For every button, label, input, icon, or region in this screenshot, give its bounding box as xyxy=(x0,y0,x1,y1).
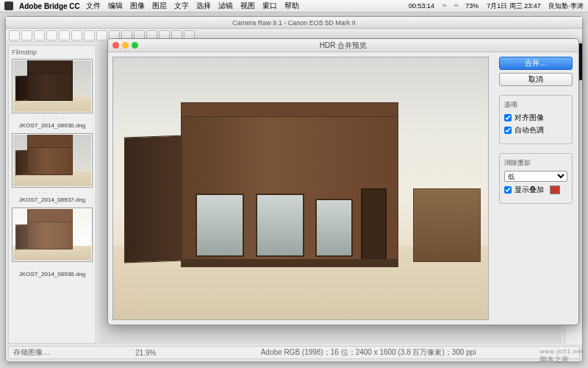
hdr-preview-image[interactable] xyxy=(112,57,489,320)
apple-icon[interactable] xyxy=(4,1,13,10)
acr-titlebar: Camera Raw 9.1 - Canon EOS 5D Mark II xyxy=(6,17,582,29)
mac-menubar: Adobe Bridge CC 文件 编辑 图像 图层 文字 选择 滤镜 视图 … xyxy=(0,0,588,13)
deghost-select-row: 低 xyxy=(504,171,567,182)
menu-edit[interactable]: 编辑 xyxy=(108,1,123,11)
menu-image[interactable]: 图像 xyxy=(130,1,145,11)
menu-file[interactable]: 文件 xyxy=(86,1,101,11)
rating-dots[interactable]: · · · · · xyxy=(12,115,93,121)
straighten-tool-icon[interactable] xyxy=(84,30,95,40)
save-image-button[interactable]: 存储图像… xyxy=(13,347,50,358)
minimize-icon[interactable] xyxy=(122,42,129,49)
deghost-select[interactable]: 低 xyxy=(504,171,567,182)
thumb-caption: JKOST_2014_08938.dng xyxy=(12,271,93,277)
menu-window[interactable]: 窗口 xyxy=(262,1,277,11)
workflow-link[interactable]: Adobe RGB (1998)；16 位；2400 x 1600 (3.8 百… xyxy=(162,347,575,358)
thumb-2[interactable]: · · · · · JKOST_2014_08937.dng xyxy=(12,133,93,203)
color-sampler-icon[interactable] xyxy=(46,30,57,40)
zoom-tool-icon[interactable] xyxy=(9,30,20,40)
hdr-merge-dialog: HDR 合并预览 合并… 取消 选项 对齐图像 自动色调 xyxy=(107,38,579,325)
menu-select[interactable]: 选择 xyxy=(196,1,211,11)
traffic-lights xyxy=(112,42,138,49)
deghost-group: 消除重影 低 显示叠加 xyxy=(499,153,573,204)
menubar-status: 00:53:14 ⌔ ⌔ 73% 7月1日 周三 23:47 良知塾·李涛 xyxy=(403,1,584,11)
menu-filter[interactable]: 滤镜 xyxy=(218,1,233,11)
filmstrip-panel: Filmstrip · · · · · JKOST_2014_08936.dng… xyxy=(8,45,96,344)
cancel-button[interactable]: 取消 xyxy=(499,73,573,86)
rating-dots[interactable]: · · · · · xyxy=(12,263,93,270)
thumb-1[interactable]: · · · · · JKOST_2014_08936.dng xyxy=(12,59,93,129)
target-adjust-icon[interactable] xyxy=(59,30,70,40)
autotone-checkbox[interactable]: 自动色调 xyxy=(504,125,567,135)
thumb-caption: JKOST_2014_08936.dng xyxy=(12,122,93,129)
menu-help[interactable]: 帮助 xyxy=(284,1,299,11)
battery-icon[interactable]: 73% xyxy=(465,2,478,10)
filmstrip-header: Filmstrip xyxy=(12,49,93,56)
hdr-title: HDR 合并预览 xyxy=(320,41,367,49)
show-overlay-checkbox[interactable]: 显示叠加 xyxy=(504,185,567,195)
align-checkbox[interactable]: 对齐图像 xyxy=(504,113,567,123)
zoom-icon[interactable] xyxy=(132,42,138,49)
wifi-icon[interactable]: ⌔ xyxy=(454,2,458,10)
acr-footer: 存储图像… 21.9% Adobe RGB (1998)；16 位；2400 x… xyxy=(8,346,580,359)
hand-tool-icon[interactable] xyxy=(21,30,32,40)
user-menu[interactable]: 良知塾·李涛 xyxy=(548,2,584,10)
deghost-label: 消除重影 xyxy=(504,158,567,168)
menu-type[interactable]: 文字 xyxy=(174,1,189,11)
merge-button[interactable]: 合并… xyxy=(499,57,573,70)
overlay-color-swatch[interactable] xyxy=(550,185,560,194)
hdr-preview-area xyxy=(108,52,493,325)
date-time[interactable]: 7月1日 周三 23:47 xyxy=(487,2,541,10)
watermark: www.jb51.net 脚本之家 xyxy=(539,348,584,365)
clock-small: 00:53:14 xyxy=(409,2,434,10)
hdr-titlebar[interactable]: HDR 合并预览 xyxy=(108,39,578,52)
menu-layer[interactable]: 图层 xyxy=(152,1,167,11)
thumb-caption: JKOST_2014_08937.dng xyxy=(12,197,93,203)
thumb-3[interactable]: · · · · · JKOST_2014_08938.dng xyxy=(12,208,93,277)
rating-dots[interactable]: · · · · · xyxy=(12,189,93,196)
wb-tool-icon[interactable] xyxy=(34,30,45,40)
options-label: 选项 xyxy=(504,100,567,110)
hdr-side-panel: 合并… 取消 选项 对齐图像 自动色调 消除重影 低 显示叠加 xyxy=(493,52,578,325)
zoom-level[interactable]: 21.9% xyxy=(135,349,156,357)
options-group: 选项 对齐图像 自动色调 xyxy=(499,95,573,144)
menu-view[interactable]: 视图 xyxy=(240,1,255,11)
bluetooth-icon[interactable]: ⌔ xyxy=(442,2,446,10)
crop-tool-icon[interactable] xyxy=(71,30,82,40)
spot-tool-icon[interactable] xyxy=(96,30,107,40)
app-name[interactable]: Adobe Bridge CC xyxy=(19,2,80,10)
close-icon[interactable] xyxy=(112,42,119,49)
